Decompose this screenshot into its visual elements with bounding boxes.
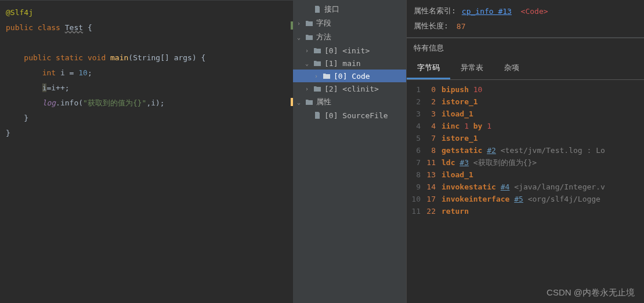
cp-info-link[interactable]: cp_info #13	[462, 7, 512, 16]
folder-icon	[313, 84, 322, 93]
tree-item-attrs[interactable]: ⌄属性	[293, 95, 406, 109]
file-icon	[313, 5, 322, 14]
bytecode-line[interactable]: 711ldc #3 <获取到的值为{}>	[407, 156, 644, 169]
tree-item-clinit[interactable]: ›[2] <clinit>	[293, 82, 406, 95]
bytecode-tabs: 字节码 异常表 杂项	[407, 58, 644, 80]
bytecode-line[interactable]: 68getstatic #2 <test/jvm/Test.log : Lo	[407, 144, 644, 156]
code-editor[interactable]: @Slf4j public class Test { public static…	[0, 0, 293, 303]
special-info-label: 特有信息	[407, 38, 644, 58]
tree-item-interface[interactable]: 接口	[293, 2, 406, 16]
attr-name-label: 属性名索引:	[414, 6, 456, 16]
folder-icon	[322, 71, 331, 81]
folder-icon	[313, 46, 322, 55]
class-tree[interactable]: 接口 ›字段 ⌄方法 ›[0] <init> ⌄[1] main ›[0] Co…	[293, 0, 406, 303]
file-icon	[313, 111, 322, 120]
attr-len-value: 87	[457, 22, 466, 31]
bytecode-line[interactable]: 914invokestatic #4 <java/lang/Integer.v	[407, 181, 644, 193]
bytecode-line[interactable]: 10bipush 10	[407, 83, 644, 96]
bytecode-listing[interactable]: 10bipush 1022istore_133iload_144iinc 1 b…	[407, 80, 644, 221]
bytecode-line[interactable]: 22istore_1	[407, 96, 644, 108]
folder-icon	[313, 59, 322, 68]
tab-misc[interactable]: 杂项	[494, 58, 530, 79]
tree-item-methods[interactable]: ⌄方法	[293, 30, 406, 44]
tree-item-code[interactable]: ›[0] Code	[293, 70, 406, 82]
bytecode-line[interactable]: 1122return	[407, 205, 644, 217]
tree-item-init[interactable]: ›[0] <init>	[293, 44, 406, 57]
bytecode-line[interactable]: 57istore_1	[407, 132, 644, 144]
tab-bytecode[interactable]: 字节码	[407, 58, 450, 79]
folder-icon	[305, 97, 314, 107]
folder-icon	[305, 32, 314, 42]
bytecode-line[interactable]: 813iload_1	[407, 169, 644, 181]
folder-icon	[305, 19, 314, 28]
annotation: @Slf4j	[6, 8, 33, 17]
attr-len-label: 属性长度:	[414, 21, 448, 31]
tab-exception[interactable]: 异常表	[450, 58, 494, 79]
bytecode-line[interactable]: 44iinc 1 by 1	[407, 120, 644, 132]
tree-item-main[interactable]: ⌄[1] main	[293, 57, 406, 70]
attr-code: <Code>	[521, 7, 548, 16]
bytecode-line[interactable]: 1017invokeinterface #5 <org/slf4j/Logge	[407, 193, 644, 205]
bytecode-panel: 属性名索引: cp_info #13 <Code> 属性长度: 87 特有信息 …	[406, 0, 644, 303]
bytecode-line[interactable]: 33iload_1	[407, 108, 644, 120]
tree-item-fields[interactable]: ›字段	[293, 16, 406, 30]
tree-item-sourcefile[interactable]: [0] SourceFile	[293, 109, 406, 122]
attr-info: 属性名索引: cp_info #13 <Code> 属性长度: 87	[407, 0, 644, 38]
